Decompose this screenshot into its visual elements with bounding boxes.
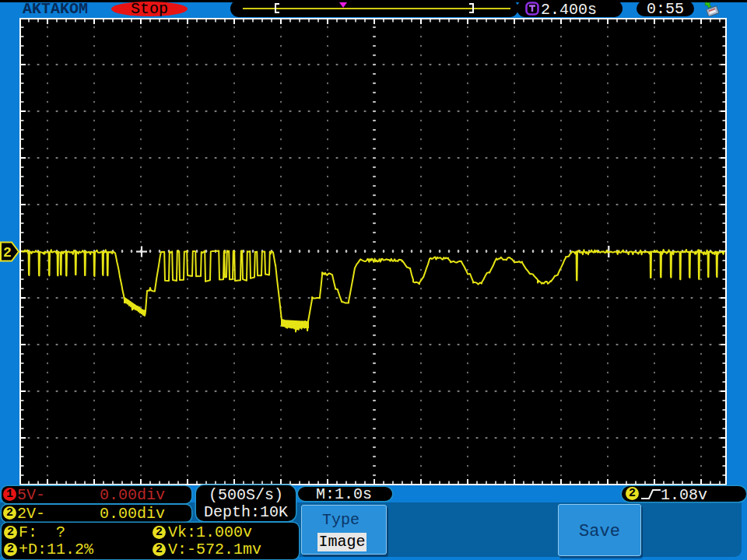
svg-text:2: 2 [3,245,12,261]
